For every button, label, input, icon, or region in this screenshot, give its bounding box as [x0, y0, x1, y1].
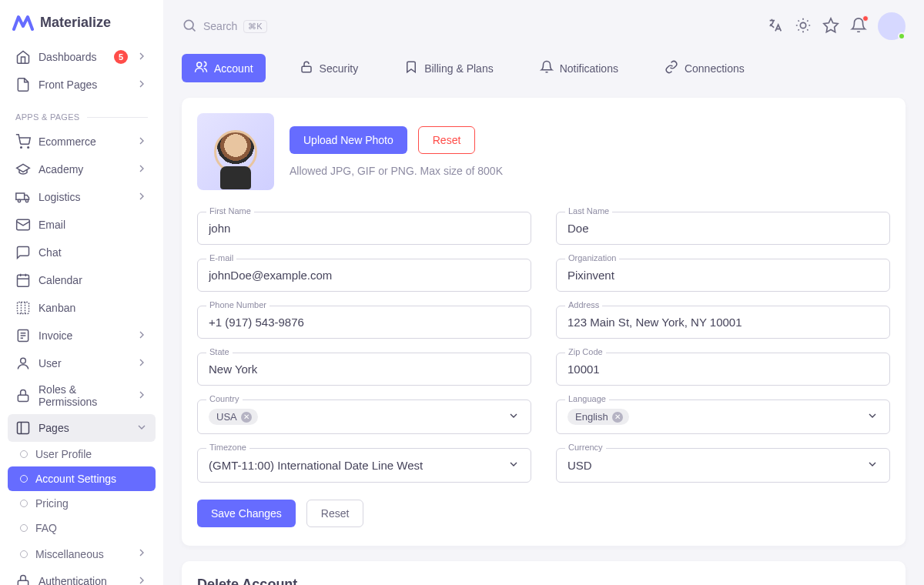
tab-connections[interactable]: Connections: [652, 54, 757, 82]
sidebar-item-kanban[interactable]: Kanban: [8, 294, 156, 322]
star-icon[interactable]: [822, 17, 839, 36]
sidebar-item-academy[interactable]: Academy: [8, 155, 156, 183]
profile-photo: [197, 113, 274, 190]
language-label: Language: [565, 394, 609, 403]
svg-point-14: [800, 22, 805, 28]
main-content: Search ⌘K AccountSecurityBilling & Plans…: [163, 0, 924, 585]
tab-security[interactable]: Security: [287, 54, 371, 82]
sidebar-item-label: User: [38, 357, 128, 369]
file-icon: [15, 77, 31, 92]
user-icon: [15, 356, 31, 371]
sidebar-item-logistics[interactable]: Logistics: [8, 183, 156, 211]
search[interactable]: Search ⌘K: [182, 18, 267, 35]
sidebar-item-label: Invoice: [38, 329, 128, 342]
sidebar-item-label: Dashboards: [38, 51, 106, 63]
photo-hint: Allowed JPG, GIF or PNG. Max size of 800…: [290, 165, 503, 177]
chevron-down-icon: [507, 410, 520, 424]
firstName-input[interactable]: [197, 212, 531, 245]
sidebar-item-dashboards[interactable]: Dashboards 5: [8, 43, 156, 71]
theme-icon[interactable]: [795, 17, 812, 36]
sidebar-item-label: Ecommerce: [38, 135, 128, 148]
chevron-down-icon: [866, 458, 879, 473]
sidebar-item-ecommerce[interactable]: Ecommerce: [8, 128, 156, 155]
sidebar-item-authentication[interactable]: Authentication: [8, 567, 156, 585]
reset-photo-button[interactable]: Reset: [418, 126, 476, 154]
chevron-right-icon: [136, 329, 148, 343]
country-select[interactable]: USA✕: [197, 399, 531, 434]
tab-label: Billing & Plans: [424, 62, 494, 75]
sidebar-item-label: Academy: [38, 163, 128, 176]
sidebar-sub-account-settings[interactable]: Account Settings: [8, 466, 156, 491]
chat-icon: [15, 245, 31, 260]
brand-logo-icon: [12, 14, 34, 31]
dot-icon: [20, 450, 28, 458]
country-field: Country USA✕: [197, 399, 531, 434]
currency-select[interactable]: USD: [556, 448, 890, 483]
search-placeholder: Search: [203, 20, 237, 32]
user-avatar[interactable]: [878, 12, 906, 40]
sidebar-sub-faq[interactable]: FAQ: [8, 516, 156, 540]
sidebar-sub-label: Account Settings: [35, 473, 148, 485]
language-icon[interactable]: [767, 17, 784, 36]
state-input[interactable]: [197, 353, 531, 386]
sidebar-sub-pricing[interactable]: Pricing: [8, 491, 156, 516]
country-label: Country: [206, 394, 243, 403]
bell-icon: [540, 60, 554, 76]
lock-icon: [15, 573, 31, 585]
organization-input[interactable]: [556, 259, 890, 292]
sidebar-item-roles-permissions[interactable]: Roles & Permissions: [8, 377, 156, 414]
sidebar-item-email[interactable]: Email: [8, 211, 156, 239]
svg-point-4: [25, 199, 28, 202]
svg-rect-12: [18, 580, 28, 585]
sidebar-section-title: APPS & PAGES: [8, 99, 156, 128]
sidebar-item-pages[interactable]: Pages: [8, 414, 156, 442]
chip-remove-icon[interactable]: ✕: [612, 412, 623, 423]
email-input[interactable]: [197, 259, 531, 292]
lock-open-icon: [300, 60, 313, 76]
bookmark-icon: [404, 60, 418, 76]
language-select[interactable]: English✕: [556, 399, 890, 434]
save-button[interactable]: Save Changes: [197, 500, 296, 527]
sidebar-item-front-pages[interactable]: Front Pages: [8, 71, 156, 99]
sidebar-item-user[interactable]: User: [8, 349, 156, 377]
sidebar-sub-user-profile[interactable]: User Profile: [8, 442, 156, 466]
tab-label: Notifications: [560, 62, 618, 75]
sidebar-item-label: Calendar: [38, 274, 148, 286]
svg-point-0: [21, 147, 22, 149]
svg-point-3: [18, 199, 20, 202]
sidebar-item-label: Kanban: [38, 302, 148, 314]
timezone-label: Timezone: [206, 443, 249, 452]
invoice-icon: [15, 328, 31, 343]
tab-label: Connections: [685, 62, 745, 75]
sidebar-sub-label: Pricing: [35, 497, 148, 510]
lastName-input[interactable]: [556, 212, 890, 245]
sidebar-item-invoice[interactable]: Invoice: [8, 322, 156, 349]
sidebar-item-calendar[interactable]: Calendar: [8, 266, 156, 294]
phone-input[interactable]: [197, 306, 531, 339]
chip-remove-icon[interactable]: ✕: [241, 412, 252, 423]
sidebar-sub-miscellaneous[interactable]: Miscellaneous: [8, 540, 156, 567]
upload-photo-button[interactable]: Upload New Photo: [290, 126, 407, 154]
cart-icon: [15, 134, 31, 149]
link-icon: [665, 60, 678, 76]
reset-form-button[interactable]: Reset: [306, 500, 364, 527]
svg-rect-7: [18, 303, 29, 314]
zip-label: Zip Code: [565, 347, 606, 356]
lastName-field: Last Name: [556, 212, 890, 245]
currency-field: Currency USD: [556, 448, 890, 483]
chevron-down-icon: [507, 458, 520, 473]
sidebar-collapse-icon[interactable]: [137, 15, 151, 31]
tab-billing-plans[interactable]: Billing & Plans: [392, 54, 506, 82]
sidebar-item-label: Roles & Permissions: [38, 383, 128, 408]
tab-notifications[interactable]: Notifications: [527, 54, 631, 82]
address-input[interactable]: [556, 306, 890, 339]
timezone-select[interactable]: (GMT-11:00) International Date Line West: [197, 448, 531, 483]
calendar-icon: [15, 272, 31, 288]
zip-input[interactable]: [556, 353, 890, 386]
svg-point-9: [21, 358, 26, 363]
bell-icon[interactable]: [850, 17, 867, 36]
tab-account[interactable]: Account: [182, 54, 266, 82]
sidebar-item-chat[interactable]: Chat: [8, 239, 156, 266]
chevron-down-icon: [136, 421, 148, 436]
state-field: State: [197, 353, 531, 386]
